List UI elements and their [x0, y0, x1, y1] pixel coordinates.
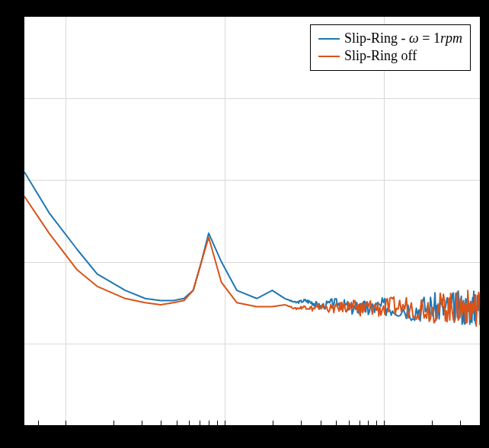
legend-swatch-icon [318, 38, 340, 40]
legend-item-0: Slip-Ring - ω = 1rpm [318, 30, 462, 47]
legend-label: Slip-Ring - ω = 1rpm [344, 30, 462, 47]
legend: Slip-Ring - ω = 1rpm Slip-Ring off [310, 24, 471, 71]
legend-label: Slip-Ring off [344, 47, 417, 65]
series-slip-ring-on [24, 172, 480, 325]
legend-swatch-icon [318, 56, 340, 57]
plot-area: Slip-Ring - ω = 1rpm Slip-Ring off [23, 15, 481, 427]
series-slip-ring-off [24, 197, 480, 326]
legend-item-1: Slip-Ring off [318, 47, 462, 65]
chart-svg [24, 17, 480, 425]
